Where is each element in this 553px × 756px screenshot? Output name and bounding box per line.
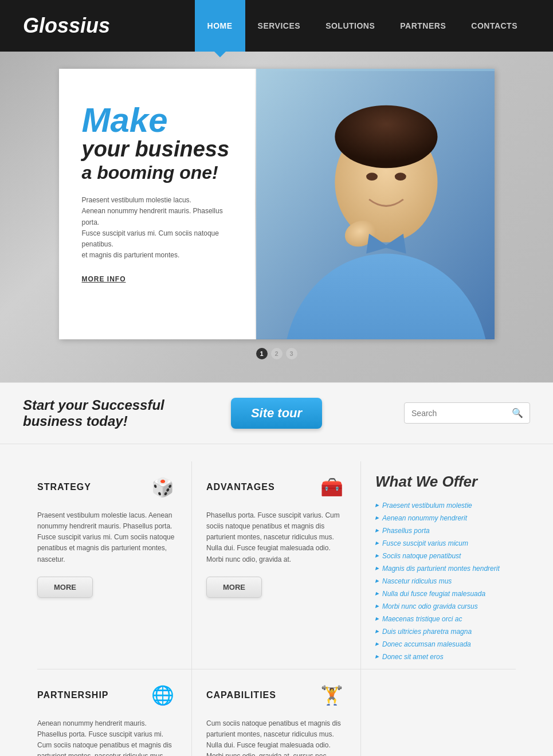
capabilities-icon: 🏋 <box>317 681 346 710</box>
offer-item: Praesent vestibulum molestie <box>375 499 516 512</box>
feature-capabilities: CAPABILITIES 🏋 Cum sociis natoque penati… <box>192 669 361 756</box>
header: Glossius HOME SERVICES SOLUTIONS PARTNER… <box>0 0 553 52</box>
hero-photo-area <box>255 69 495 339</box>
svg-point-6 <box>394 173 406 181</box>
dot-1[interactable]: 1 <box>256 348 268 359</box>
advantages-more-button[interactable]: MORE <box>206 577 262 598</box>
feature-partnership-text: Aenean nonummy hendrerit mauris. Phasell… <box>37 718 177 756</box>
hero-section: Make your business a booming one! Praese… <box>0 52 553 382</box>
offer-item: Magnis dis parturient montes hendrerit <box>375 562 516 575</box>
main-nav: HOME SERVICES SOLUTIONS PARTNERS CONTACT… <box>195 0 530 52</box>
svg-point-4 <box>335 105 437 168</box>
search-icon: 🔍 <box>512 408 523 418</box>
feature-strategy-text: Praesent vestibulum molestie lacus. Aene… <box>37 510 177 565</box>
features-grid: STRATEGY 🎲 Praesent vestibulum molestie … <box>23 461 530 669</box>
feature-partnership-title: PARTNERSHIP <box>37 690 109 700</box>
feature-strategy: STRATEGY 🎲 Praesent vestibulum molestie … <box>23 461 192 669</box>
offer-item: Nascetur ridiculus mus <box>375 575 516 587</box>
offer-item: Morbi nunc odio gravida cursus <box>375 600 516 613</box>
nav-partners[interactable]: PARTNERS <box>387 0 458 52</box>
offer-item: Aenean nonummy hendrerit <box>375 512 516 524</box>
nav-home[interactable]: HOME <box>195 0 245 52</box>
nav-services[interactable]: SERVICES <box>245 0 313 52</box>
feature-strategy-header: STRATEGY 🎲 <box>37 473 177 502</box>
advantages-icon: 🧰 <box>317 473 346 502</box>
hero-content: Make your business a booming one! Praese… <box>59 69 255 339</box>
dot-2[interactable]: 2 <box>271 348 283 359</box>
feature-capabilities-header: CAPABILITIES 🏋 <box>206 681 346 710</box>
what-we-offer-col: What We Offer Praesent vestibulum molest… <box>361 461 530 669</box>
offer-item: Maecenas tristique orci ac <box>375 613 516 625</box>
page-fold <box>255 69 256 339</box>
feature-advantages-text: Phasellus porta. Fusce suscipit varius. … <box>206 510 346 565</box>
offer-more-col: MORE <box>361 669 530 756</box>
offer-item: Sociis natoque penatibust <box>375 550 516 562</box>
feature-strategy-title: STRATEGY <box>37 482 91 492</box>
offer-item: Phasellus porta <box>375 524 516 537</box>
feature-partnership-header: PARTNERSHIP 🌐 <box>37 681 177 710</box>
hero-headline-make: Make <box>82 103 238 138</box>
strategy-more-button[interactable]: MORE <box>37 577 93 598</box>
hero-description: Praesent vestibulum molestie lacus. Aene… <box>82 195 238 261</box>
feature-capabilities-text: Cum sociis natoque penatibus et magnis d… <box>206 718 346 756</box>
feature-advantages-title: ADVANTAGES <box>206 482 275 492</box>
hero-card: Make your business a booming one! Praese… <box>59 69 495 339</box>
cta-section: Start your Successful business today! Si… <box>0 382 553 444</box>
feature-partnership: PARTNERSHIP 🌐 Aenean nonummy hendrerit m… <box>23 669 192 756</box>
offer-item: Donec accumsan malesuada <box>375 638 516 651</box>
offer-title: What We Offer <box>375 473 516 491</box>
dot-3[interactable]: 3 <box>286 348 297 359</box>
offer-list: Praesent vestibulum molestie Aenean nonu… <box>375 499 516 663</box>
logo: Glossius <box>23 14 195 38</box>
offer-item: Donec sit amet eros <box>375 651 516 663</box>
hero-pagination: 1 2 3 <box>256 348 297 365</box>
search-box[interactable]: 🔍 <box>404 402 530 424</box>
feature-capabilities-title: CAPABILITIES <box>206 690 276 700</box>
offer-item: Nulla dui fusce feugiat malesuada <box>375 587 516 600</box>
nav-contacts[interactable]: CONTACTS <box>458 0 530 52</box>
person-svg <box>255 69 495 339</box>
offer-item: Duis ultricies pharetra magna <box>375 625 516 638</box>
search-input[interactable] <box>411 409 512 418</box>
features-bottom-grid: PARTNERSHIP 🌐 Aenean nonummy hendrerit m… <box>23 669 530 756</box>
hero-image <box>255 69 495 339</box>
cta-text: Start your Successful business today! <box>23 397 219 429</box>
hero-headline-business: your business <box>82 138 238 162</box>
strategy-icon: 🎲 <box>148 473 177 502</box>
hero-more-info[interactable]: MORE INFO <box>82 275 238 283</box>
site-tour-button[interactable]: Site tour <box>231 398 322 429</box>
features-section: STRATEGY 🎲 Praesent vestibulum molestie … <box>0 444 553 756</box>
svg-point-5 <box>366 173 378 181</box>
feature-advantages: ADVANTAGES 🧰 Phasellus porta. Fusce susc… <box>192 461 361 669</box>
partnership-icon: 🌐 <box>148 681 177 710</box>
offer-item: Fusce suscipit varius micum <box>375 537 516 550</box>
nav-solutions[interactable]: SOLUTIONS <box>313 0 387 52</box>
hero-headline-booming: a booming one! <box>82 162 238 183</box>
feature-advantages-header: ADVANTAGES 🧰 <box>206 473 346 502</box>
